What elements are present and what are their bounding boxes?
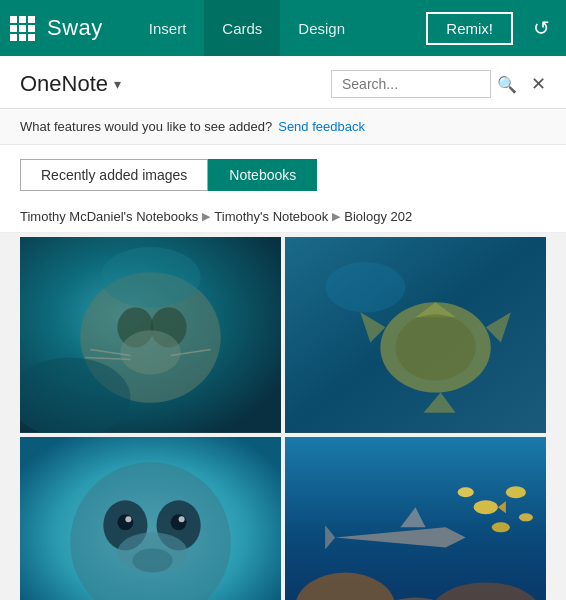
panel-title: OneNote [20, 71, 108, 97]
image-cell-1[interactable] [285, 237, 546, 433]
feedback-bar: What features would you like to see adde… [0, 109, 566, 145]
topbar: Sway Insert Cards Design Remix! ↺ [0, 0, 566, 56]
search-icon[interactable]: 🔍 [497, 75, 517, 94]
feedback-text: What features would you like to see adde… [20, 119, 272, 134]
nav-insert[interactable]: Insert [131, 0, 205, 56]
feedback-link[interactable]: Send feedback [278, 119, 365, 134]
svg-point-39 [492, 522, 510, 532]
onenote-panel: OneNote ▾ 🔍 ✕ What features would you li… [0, 56, 566, 600]
remix-button[interactable]: Remix! [426, 12, 513, 45]
title-dropdown-icon[interactable]: ▾ [114, 76, 121, 92]
image-cell-3[interactable] [285, 437, 546, 600]
panel-header: OneNote ▾ 🔍 ✕ [0, 56, 566, 109]
svg-point-40 [519, 513, 533, 521]
search-input[interactable] [331, 70, 491, 98]
breadcrumb-arrow-2: ▶ [332, 210, 340, 223]
brand-logo: Sway [47, 15, 103, 41]
svg-point-23 [171, 514, 187, 530]
image-cell-2[interactable] [20, 437, 281, 600]
panel-search-area: 🔍 ✕ [331, 70, 546, 98]
breadcrumb-part-1[interactable]: Timothy McDaniel's Notebooks [20, 209, 198, 224]
svg-point-4 [120, 330, 180, 374]
breadcrumb: Timothy McDaniel's Notebooks ▶ Timothy's… [0, 201, 566, 233]
breadcrumb-part-3[interactable]: Biology 202 [344, 209, 412, 224]
svg-point-8 [100, 247, 200, 307]
image-cell-0[interactable] [20, 237, 281, 433]
svg-point-16 [395, 314, 475, 380]
svg-point-37 [506, 486, 526, 498]
tab-notebooks[interactable]: Notebooks [208, 159, 317, 191]
tab-recently-added[interactable]: Recently added images [20, 159, 208, 191]
svg-point-27 [132, 548, 172, 572]
svg-point-17 [325, 262, 405, 312]
tab-area: Recently added images Notebooks [0, 145, 566, 201]
svg-point-25 [179, 516, 185, 522]
nav-design[interactable]: Design [280, 0, 363, 56]
svg-point-22 [117, 514, 133, 530]
undo-button[interactable]: ↺ [527, 10, 556, 46]
main-nav: Insert Cards Design [131, 0, 419, 56]
close-icon[interactable]: ✕ [531, 73, 546, 95]
svg-point-35 [474, 500, 498, 514]
image-grid [0, 233, 566, 600]
svg-point-38 [458, 487, 474, 497]
apps-icon[interactable] [10, 16, 35, 41]
breadcrumb-arrow-1: ▶ [202, 210, 210, 223]
svg-point-24 [125, 516, 131, 522]
breadcrumb-part-2[interactable]: Timothy's Notebook [214, 209, 328, 224]
nav-cards[interactable]: Cards [204, 0, 280, 56]
panel-title-area: OneNote ▾ [20, 71, 121, 97]
